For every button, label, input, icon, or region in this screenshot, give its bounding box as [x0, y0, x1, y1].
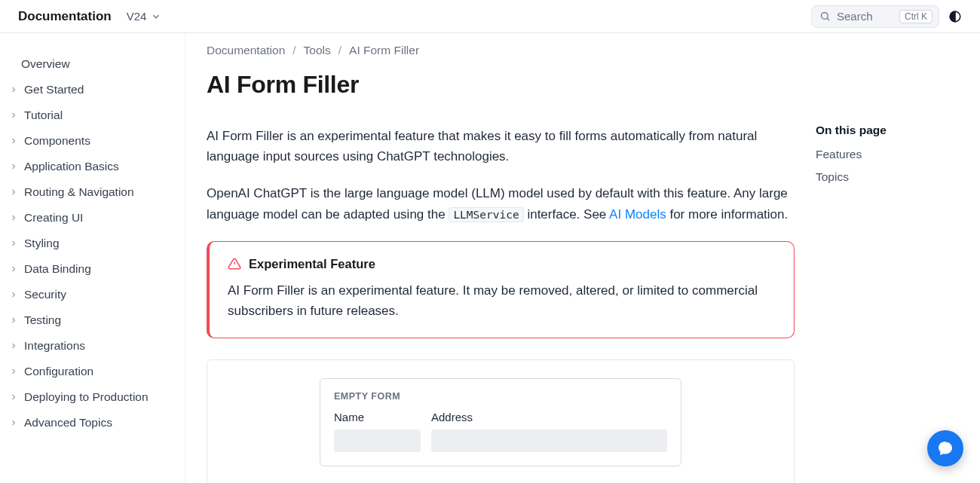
search-placeholder: Search — [837, 10, 893, 23]
code-inline: LLMService — [449, 207, 523, 222]
sidebar-item-label: Configuration — [24, 365, 93, 378]
toc: On this page Features Topics — [816, 44, 959, 483]
sidebar: OverviewGet StartedTutorialComponentsApp… — [0, 33, 185, 483]
chevron-right-icon — [9, 367, 20, 376]
paragraph: OpenAI ChatGPT is the large language mod… — [207, 183, 795, 224]
sidebar-item-label: Creating UI — [24, 211, 83, 225]
breadcrumb-item[interactable]: Tools — [304, 44, 331, 57]
name-label: Name — [334, 411, 421, 423]
sidebar-item-security[interactable]: Security — [0, 282, 185, 307]
toc-item-topics[interactable]: Topics — [816, 170, 959, 184]
sidebar-item-configuration[interactable]: Configuration — [0, 359, 185, 384]
chevron-right-icon — [9, 136, 20, 145]
version-selector[interactable]: V24 — [127, 10, 162, 23]
theme-toggle[interactable] — [948, 10, 962, 23]
sidebar-item-tutorial[interactable]: Tutorial — [0, 102, 185, 128]
page-title: AI Form Filler — [207, 71, 795, 99]
breadcrumb-sep: / — [292, 44, 296, 57]
chat-fab[interactable] — [927, 430, 963, 466]
sidebar-item-testing[interactable]: Testing — [0, 307, 185, 333]
form-card-title: EMPTY FORM — [334, 391, 667, 402]
sidebar-item-label: Security — [24, 288, 66, 301]
sidebar-item-integrations[interactable]: Integrations — [0, 333, 185, 359]
sidebar-item-label: Components — [24, 134, 90, 148]
form-card: EMPTY FORM Name Address — [320, 378, 681, 466]
version-label: V24 — [127, 10, 147, 23]
sidebar-item-label: Application Basics — [24, 160, 119, 173]
chevron-right-icon — [9, 85, 20, 94]
address-input[interactable] — [431, 430, 667, 452]
toc-item-features[interactable]: Features — [816, 148, 959, 161]
brand-title[interactable]: Documentation — [18, 9, 112, 24]
chevron-right-icon — [9, 111, 20, 120]
sidebar-item-creating-ui[interactable]: Creating UI — [0, 205, 185, 231]
chevron-right-icon — [9, 418, 20, 427]
sidebar-item-label: Data Binding — [24, 262, 91, 276]
chevron-right-icon — [9, 393, 20, 402]
name-input[interactable] — [334, 430, 421, 452]
sidebar-item-label: Tutorial — [24, 109, 63, 122]
ai-models-link[interactable]: AI Models — [609, 207, 666, 222]
chat-icon — [936, 439, 954, 457]
breadcrumb-item[interactable]: Documentation — [207, 44, 285, 57]
figure: EMPTY FORM Name Address — [207, 359, 795, 483]
text: interface. See — [524, 207, 609, 222]
intro-paragraph: AI Form Filler is an experimental featur… — [207, 126, 795, 167]
sidebar-item-get-started[interactable]: Get Started — [0, 77, 185, 102]
sidebar-item-deploying-to-production[interactable]: Deploying to Production — [0, 384, 185, 410]
sidebar-item-label: Integrations — [24, 339, 85, 353]
warning-icon — [228, 257, 241, 271]
chevron-right-icon — [9, 290, 20, 299]
sidebar-item-label: Advanced Topics — [24, 416, 112, 430]
sidebar-item-label: Styling — [24, 237, 60, 250]
breadcrumb-item: AI Form Filler — [349, 44, 419, 57]
address-label: Address — [431, 411, 667, 423]
breadcrumb: Documentation / Tools / AI Form Filler — [207, 44, 795, 57]
sidebar-item-label: Overview — [21, 57, 70, 71]
sidebar-item-styling[interactable]: Styling — [0, 231, 185, 256]
sidebar-item-label: Routing & Navigation — [24, 185, 134, 199]
search-icon — [819, 11, 831, 22]
sidebar-item-label: Testing — [24, 313, 61, 327]
chevron-right-icon — [9, 239, 20, 248]
svg-line-1 — [827, 18, 829, 20]
callout-warning: Experimental Feature AI Form Filler is a… — [207, 241, 795, 338]
callout-title: Experimental Feature — [249, 257, 375, 271]
breadcrumb-sep: / — [338, 44, 341, 57]
chevron-right-icon — [9, 213, 20, 222]
chevron-right-icon — [9, 316, 20, 325]
main-content: Documentation / Tools / AI Form Filler A… — [207, 44, 795, 483]
sidebar-item-label: Get Started — [24, 83, 84, 96]
toc-title: On this page — [816, 124, 959, 137]
sidebar-scroll[interactable]: OverviewGet StartedTutorialComponentsApp… — [0, 33, 185, 483]
svg-point-0 — [822, 13, 828, 20]
sidebar-item-label: Deploying to Production — [24, 390, 149, 404]
sidebar-item-routing-navigation[interactable]: Routing & Navigation — [0, 179, 185, 205]
text: for more information. — [666, 207, 789, 222]
sidebar-item-data-binding[interactable]: Data Binding — [0, 256, 185, 282]
sidebar-item-components[interactable]: Components — [0, 128, 185, 154]
topbar: Documentation V24 Search Ctrl K — [0, 0, 980, 33]
sidebar-item-advanced-topics[interactable]: Advanced Topics — [0, 410, 185, 436]
sidebar-item-overview[interactable]: Overview — [0, 51, 185, 77]
chevron-down-icon — [151, 11, 161, 22]
chevron-right-icon — [9, 162, 20, 171]
chevron-right-icon — [9, 188, 20, 197]
sidebar-item-application-basics[interactable]: Application Basics — [0, 154, 185, 179]
search-button[interactable]: Search Ctrl K — [811, 5, 939, 28]
callout-body: AI Form Filler is an experimental featur… — [228, 280, 776, 321]
chevron-right-icon — [9, 341, 20, 350]
chevron-right-icon — [9, 264, 20, 274]
search-shortcut: Ctrl K — [899, 10, 933, 23]
